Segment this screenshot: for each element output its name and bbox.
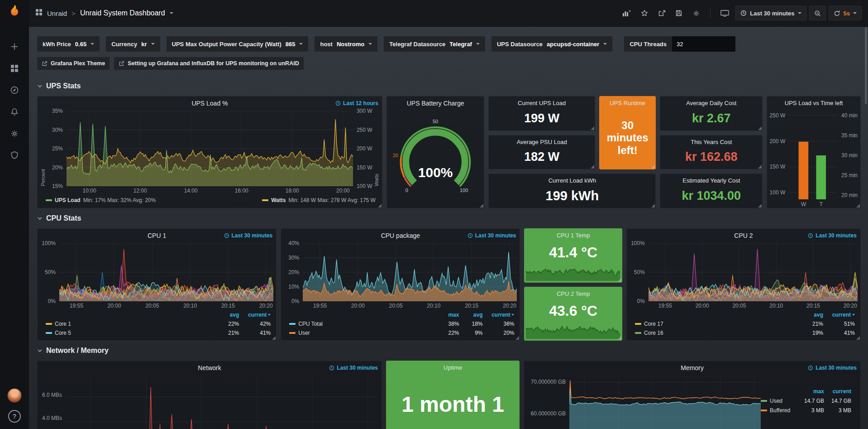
- svg-text:20: 20: [393, 153, 398, 158]
- legend-column-avg[interactable]: avg: [459, 312, 482, 318]
- network-graph[interactable]: [66, 376, 379, 429]
- kiosk-tv-button[interactable]: [717, 7, 733, 19]
- apps-grid-icon[interactable]: [35, 9, 43, 18]
- variable-currency[interactable]: Currency kr: [106, 36, 160, 52]
- series-toggle[interactable]: Buffered: [761, 407, 797, 414]
- dashboard-dropdown-caret[interactable]: [170, 12, 173, 14]
- legend-row: Core 5 21% 41%: [46, 328, 271, 337]
- alerting-bell-icon[interactable]: [10, 107, 19, 117]
- variable-kwh-price[interactable]: kWh Price 0.65: [37, 36, 100, 52]
- stat-title[interactable]: Average Daily Cost: [660, 100, 762, 106]
- panel-time-override[interactable]: Last 12 hours: [335, 100, 378, 106]
- legend-column-current[interactable]: current: [824, 388, 851, 395]
- legend-column-max[interactable]: max: [797, 388, 824, 395]
- legend-column-avg[interactable]: avg: [798, 312, 823, 318]
- series-toggle[interactable]: Core 5: [46, 330, 214, 336]
- legend-column-max[interactable]: max: [435, 312, 459, 318]
- create-icon[interactable]: [10, 42, 19, 52]
- legend-column-current[interactable]: current: [823, 312, 855, 318]
- dashboard-settings-button[interactable]: [689, 7, 704, 20]
- star-button[interactable]: [637, 7, 652, 19]
- zoom-out-button[interactable]: [809, 6, 826, 20]
- stat-title[interactable]: Current UPS Load: [489, 100, 595, 106]
- panel-time-override[interactable]: Last 30 minutes: [329, 365, 378, 371]
- section-ups-stats[interactable]: UPS Stats: [37, 76, 861, 96]
- variable-host[interactable]: host Nostromo: [315, 36, 377, 52]
- series-toggle[interactable]: Core 1: [46, 321, 214, 327]
- legend-header: avg current: [635, 310, 855, 319]
- stat-title[interactable]: Average PSU Load: [489, 139, 595, 145]
- breadcrumb-folder[interactable]: Unraid: [47, 10, 67, 17]
- stat-title[interactable]: CPU 1 Temp: [525, 232, 621, 239]
- time-range-picker[interactable]: Last 30 minutes: [735, 6, 806, 20]
- legend-row: Core 16 19% 41%: [635, 328, 855, 337]
- y-axis-right-ticks: 300 W 250 W 200 W 150 W 100 W: [353, 111, 374, 186]
- battery-gauge[interactable]: 100% 02050100: [391, 111, 480, 207]
- grafana-app: ? Unraid > Unraid System Dashboard: [0, 0, 868, 429]
- series-marker: [262, 199, 268, 201]
- panel-title[interactable]: UPS Battery Charge: [387, 100, 484, 107]
- series-toggle[interactable]: User: [289, 330, 435, 336]
- variable-telegraf-datasource[interactable]: Telegraf Datasource Telegraf: [384, 36, 485, 52]
- ups-load-graph[interactable]: [67, 111, 353, 186]
- x-axis-ticks: 19:55 20:00 20:05 20:10 20:15 20:20: [303, 301, 517, 309]
- explore-compass-icon[interactable]: [10, 85, 19, 95]
- stat-title[interactable]: Current Load kWh: [489, 177, 655, 184]
- stat-title[interactable]: UPS Runtime: [600, 100, 655, 106]
- legend-row: Buffered 3 MB 3 MB: [761, 405, 851, 415]
- ups-bars-graph[interactable]: [789, 111, 838, 200]
- legend-item-ups-load[interactable]: UPS Load Min: 17% Max: 32% Avg: 20%: [46, 197, 156, 203]
- memory-graph[interactable]: [569, 376, 761, 429]
- scrollbar[interactable]: [865, 27, 867, 104]
- variable-cpu-threads: CPU Threads: [619, 36, 735, 52]
- section-network-memory[interactable]: Network / Memory: [37, 341, 861, 361]
- configuration-gear-icon[interactable]: [10, 129, 19, 139]
- stat-title[interactable]: Estimated Yearly Cost: [660, 177, 762, 184]
- legend-column-avg[interactable]: avg: [214, 312, 239, 318]
- panel-time-override[interactable]: Last 30 minutes: [224, 232, 273, 239]
- stat-title[interactable]: This Years Cost: [660, 139, 762, 145]
- y-axis-ticks: 70.000000 GB 60.000000 GB 50.000000 GB: [527, 376, 569, 429]
- link-ups-monitoring-guide[interactable]: Setting up Grafana and InfluxDB for UPS …: [114, 57, 303, 70]
- cpu2-graph[interactable]: [649, 243, 858, 301]
- panel-time-override[interactable]: Last 30 minutes: [808, 232, 857, 239]
- panel-time-override[interactable]: Last 30 minutes: [808, 365, 857, 371]
- panel-title[interactable]: UPS Load %: [38, 100, 382, 107]
- refresh-picker[interactable]: 5s: [829, 6, 862, 20]
- section-cpu-stats[interactable]: CPU Stats: [37, 208, 861, 228]
- series-toggle[interactable]: Used: [761, 398, 797, 404]
- legend-column-current[interactable]: current: [239, 312, 271, 318]
- panel-ups-load: UPS Load % Last 12 hours Percent 35% 30%…: [37, 96, 382, 208]
- cpu-threads-input[interactable]: [672, 36, 735, 52]
- help-icon[interactable]: ?: [8, 410, 21, 423]
- admin-shield-icon[interactable]: [10, 150, 19, 160]
- panel-this-years-cost: This Years Cost kr 162.68: [660, 135, 763, 170]
- panel-cpu-package: CPU package Last 30 minutes 40% 30% 20% …: [281, 228, 520, 341]
- stat-title[interactable]: Uptime: [386, 364, 519, 371]
- link-grafana-plex-theme[interactable]: Grafana Plex Theme: [37, 57, 110, 70]
- series-toggle[interactable]: Core 17: [635, 321, 798, 327]
- user-avatar[interactable]: [7, 388, 22, 403]
- legend-table: avg current Core 1 22% 42% Core 5 21% 41…: [38, 309, 276, 340]
- y-axis-ticks: 100% 50% 0%: [40, 243, 59, 301]
- series-toggle[interactable]: Core 16: [635, 330, 798, 336]
- add-panel-button[interactable]: [619, 7, 634, 19]
- panel-cpu1-temp: CPU 1 Temp 41.4 °C: [524, 228, 622, 283]
- panel-time-override[interactable]: Last 30 minutes: [467, 232, 516, 239]
- cpu1-graph[interactable]: [59, 243, 273, 301]
- panel-title[interactable]: UPS Load vs Time left: [767, 100, 860, 106]
- share-button[interactable]: [654, 7, 669, 19]
- dashboards-icon[interactable]: [10, 63, 19, 73]
- stat-title[interactable]: CPU 2 Temp: [525, 290, 621, 297]
- legend-header: max avg current: [289, 310, 514, 319]
- series-toggle[interactable]: CPU Total: [289, 321, 435, 327]
- variable-ups-max-output[interactable]: UPS Max Output Power Capacity (Watt) 865: [167, 36, 309, 52]
- grafana-logo[interactable]: [7, 4, 22, 21]
- cpu-package-graph[interactable]: [303, 243, 517, 301]
- save-button[interactable]: [672, 7, 686, 19]
- panel-ups-runtime: UPS Runtime 30 minutes left!: [599, 96, 656, 169]
- variable-ups-datasource[interactable]: UPS Datasource apcupsd-container: [491, 36, 612, 52]
- legend-column-current[interactable]: current: [482, 312, 514, 318]
- breadcrumb-dashboard[interactable]: Unraid System Dashboard: [80, 9, 165, 17]
- legend-item-watts[interactable]: Watts Min: 148 W Max: 278 W Avg: 175 W: [262, 197, 376, 203]
